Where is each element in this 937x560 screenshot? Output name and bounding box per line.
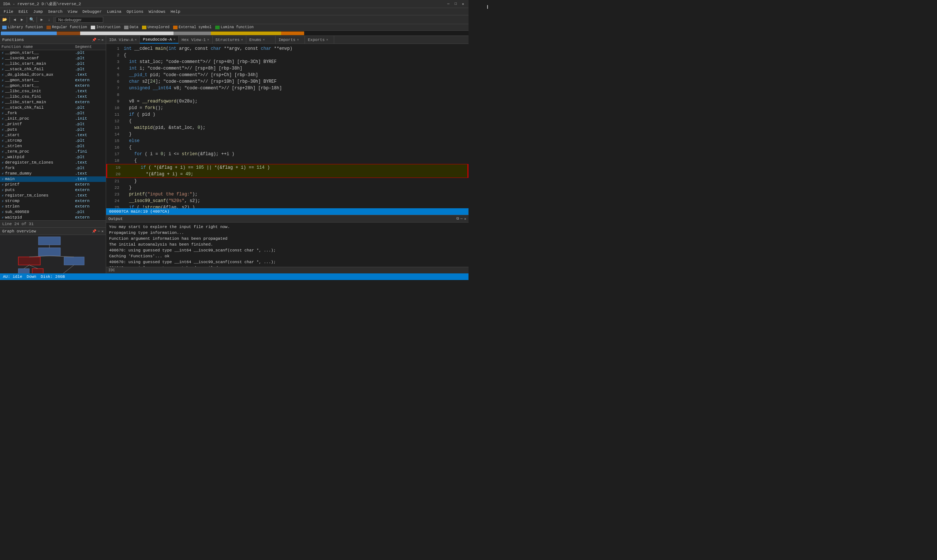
- output-minimize-icon[interactable]: —: [460, 217, 463, 221]
- function-row[interactable]: ⚡_printf.plt: [0, 122, 106, 127]
- function-row[interactable]: ⚡_term_proc.fini: [0, 149, 106, 154]
- code-line[interactable]: 18 {: [106, 157, 469, 164]
- tab-close-icon[interactable]: ✕: [241, 38, 243, 42]
- function-row[interactable]: ⚡__libc_start_mainextern: [0, 100, 106, 105]
- code-line[interactable]: 17 for ( i = 0; i <= strlen(&flag); ++i …: [106, 151, 469, 157]
- function-row[interactable]: ⚡__libc_start_main.plt: [0, 61, 106, 67]
- function-row[interactable]: ⚡sub_4005E0.plt: [0, 209, 106, 215]
- tab-enums[interactable]: Enums✕: [246, 36, 275, 43]
- function-row[interactable]: ⚡waitpidextern: [0, 215, 106, 220]
- code-line[interactable]: 13 waitpid(pid, &stat_loc, 0);: [106, 125, 469, 131]
- code-line[interactable]: 5 __pid_t pid; "code-comment">// [rsp+Ch…: [106, 72, 469, 78]
- function-row[interactable]: ⚡_start.text: [0, 132, 106, 138]
- function-row[interactable]: ⚡fork.plt: [0, 165, 106, 171]
- function-row[interactable]: ⚡__gmon_start__.plt: [0, 50, 106, 55]
- function-row[interactable]: ⚡_do_global_dtors_aux.text: [0, 72, 106, 78]
- code-line[interactable]: 12 {: [106, 118, 469, 125]
- function-row[interactable]: ⚡__stack_chk_fail.plt: [0, 67, 106, 72]
- menu-item-view[interactable]: View: [66, 9, 79, 14]
- menu-item-search[interactable]: Search: [46, 9, 65, 14]
- code-line[interactable]: 11 if ( pid ): [106, 111, 469, 118]
- window-controls[interactable]: — □ ✕: [446, 2, 466, 6]
- maximize-button[interactable]: □: [453, 2, 458, 6]
- tab-hex-view-1[interactable]: Hex View-1✕: [178, 36, 212, 43]
- code-line[interactable]: 25 if ( !strcmp(&flag, s2) ): [106, 204, 469, 208]
- menu-item-help[interactable]: Help: [168, 9, 182, 14]
- code-line[interactable]: 16 {: [106, 144, 469, 151]
- function-row[interactable]: ⚡_init_proc.init: [0, 116, 106, 122]
- function-row[interactable]: ⚡__gmon_start__extern: [0, 83, 106, 89]
- functions-panel-controls[interactable]: 📌 — ✕: [92, 38, 103, 42]
- menu-item-windows[interactable]: Windows: [146, 9, 168, 14]
- code-line[interactable]: 15 else: [106, 138, 469, 144]
- functions-list[interactable]: ⚡__gmon_start__.plt⚡__isoc99_scanf.plt⚡_…: [0, 50, 106, 220]
- code-line[interactable]: 8: [106, 91, 469, 98]
- function-row[interactable]: ⚡__gmon_start__extern: [0, 78, 106, 83]
- tab-close-icon[interactable]: ✕: [207, 38, 209, 42]
- menu-item-lumina[interactable]: Lumina: [105, 9, 124, 14]
- function-row[interactable]: ⚡__stack_chk_fail.plt: [0, 105, 106, 111]
- function-row[interactable]: ⚡_fork.plt: [0, 111, 106, 116]
- graph-close-icon[interactable]: ✕: [102, 229, 103, 234]
- close-button[interactable]: ✕: [460, 2, 466, 6]
- tab-close-icon[interactable]: ✕: [135, 38, 137, 42]
- function-row[interactable]: ⚡strlenextern: [0, 204, 106, 209]
- tab-exports[interactable]: Exports✕: [305, 36, 334, 43]
- toolbar-step[interactable]: ↓: [46, 17, 52, 23]
- tab-close-icon[interactable]: ✕: [326, 38, 328, 42]
- graph-minimize-icon[interactable]: —: [98, 229, 100, 234]
- code-line[interactable]: 9 v8 = __readfsqword(0x28u);: [106, 98, 469, 105]
- menu-item-options[interactable]: Options: [125, 9, 146, 14]
- function-row[interactable]: ⚡printfextern: [0, 182, 106, 188]
- function-row[interactable]: ⚡__isoc99_scanf.plt: [0, 55, 106, 61]
- function-row[interactable]: ⚡__libc_csu_init.text: [0, 89, 106, 94]
- code-line[interactable]: 10 pid = fork();: [106, 105, 469, 111]
- code-area[interactable]: 1int __cdecl main(int argc, const char *…: [106, 44, 469, 208]
- code-line[interactable]: 2{: [106, 52, 469, 58]
- code-line[interactable]: 14 }: [106, 131, 469, 138]
- functions-minimize-icon[interactable]: —: [98, 38, 100, 42]
- code-line[interactable]: 20 *(&flag + i) = 49;: [106, 171, 469, 178]
- tab-imports[interactable]: Imports✕: [275, 36, 305, 43]
- code-line[interactable]: 4 int i; "code-comment">// [rsp+8h] [rbp…: [106, 65, 469, 72]
- code-line[interactable]: 23 printf("input the flag:");: [106, 191, 469, 198]
- function-row[interactable]: ⚡_strlen.plt: [0, 143, 106, 149]
- function-row[interactable]: ⚡putsextern: [0, 188, 106, 193]
- tab-pseudocode-a[interactable]: Pseudocode-A✕: [140, 36, 178, 43]
- code-line[interactable]: 19 if ( *(&flag + i) == 105 || *(&flag +…: [106, 164, 469, 171]
- graph-overview-controls[interactable]: 📌 — ✕: [92, 229, 103, 234]
- menu-item-debugger[interactable]: Debugger: [80, 9, 104, 14]
- output-content[interactable]: You may start to explore the input file …: [106, 223, 469, 267]
- function-row[interactable]: ⚡frame_dummy.text: [0, 171, 106, 177]
- code-line[interactable]: 24 __isoc99_scanf("%20s", s2);: [106, 198, 469, 204]
- function-row[interactable]: ⚡strcmpextern: [0, 198, 106, 204]
- code-line[interactable]: 21 }: [106, 178, 469, 185]
- toolbar-back[interactable]: ◀: [11, 17, 18, 23]
- function-row[interactable]: ⚡deregister_tm_clones.text: [0, 160, 106, 165]
- functions-pin-icon[interactable]: 📌: [92, 38, 96, 42]
- code-line[interactable]: 7 unsigned __int64 v8; "code-comment">//…: [106, 85, 469, 91]
- menu-item-jump[interactable]: Jump: [31, 9, 45, 14]
- code-line[interactable]: 22 }: [106, 185, 469, 191]
- toolbar-open[interactable]: 📂: [2, 17, 8, 23]
- tab-close-icon[interactable]: ✕: [297, 38, 298, 42]
- menu-item-edit[interactable]: Edit: [16, 9, 30, 14]
- toolbar-forward[interactable]: ▶: [18, 17, 25, 23]
- code-line[interactable]: 6 char s2[24]; "code-comment">// [rsp+10…: [106, 78, 469, 85]
- debugger-selector[interactable]: [55, 17, 103, 23]
- toolbar-search[interactable]: 🔍: [29, 17, 35, 23]
- tab-structures[interactable]: Structures✕: [213, 36, 246, 43]
- tab-close-icon[interactable]: ✕: [174, 37, 175, 42]
- code-line[interactable]: 1int __cdecl main(int argc, const char *…: [106, 45, 469, 52]
- output-restore-icon[interactable]: ⧉: [456, 217, 459, 221]
- minimize-button[interactable]: —: [446, 2, 451, 6]
- function-row[interactable]: ⚡main.text: [0, 177, 106, 182]
- tab-bar[interactable]: IDA View-A✕Pseudocode-A✕Hex View-1✕Struc…: [106, 36, 469, 44]
- function-row[interactable]: ⚡__libc_csu_fini.text: [0, 94, 106, 100]
- menu-item-file[interactable]: File: [2, 9, 15, 14]
- function-row[interactable]: ⚡_puts.plt: [0, 127, 106, 132]
- functions-close-icon[interactable]: ✕: [102, 38, 103, 42]
- output-close-icon[interactable]: ✕: [464, 217, 466, 221]
- code-line[interactable]: 3 int stat_loc; "code-comment">// [rsp+4…: [106, 58, 469, 65]
- toolbar-run[interactable]: ▶: [38, 17, 45, 23]
